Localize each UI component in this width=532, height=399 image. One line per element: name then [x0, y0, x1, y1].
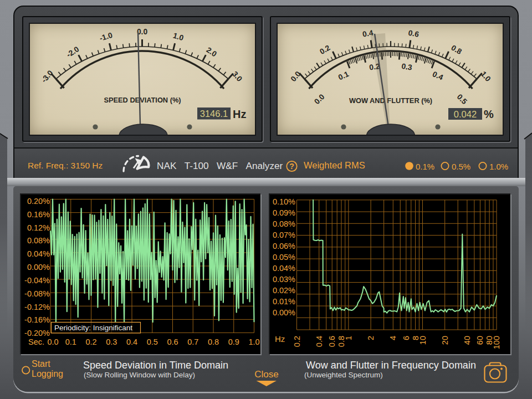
svg-text:-1.0: -1.0 — [99, 31, 114, 43]
svg-text:0.09%: 0.09% — [273, 208, 295, 217]
svg-text:0.02%: 0.02% — [273, 286, 295, 295]
svg-text:10: 10 — [418, 336, 427, 345]
svg-text:0.06%: 0.06% — [273, 242, 295, 250]
svg-text:1.0: 1.0 — [479, 70, 492, 84]
svg-text:Hz: Hz — [233, 108, 246, 120]
svg-text:0.5: 0.5 — [456, 93, 469, 106]
svg-text:%: % — [484, 108, 494, 120]
svg-text:3.0: 3.0 — [231, 70, 244, 84]
svg-text:3146.1: 3146.1 — [200, 109, 228, 119]
svg-text:0.01%: 0.01% — [273, 297, 295, 306]
svg-text:0.20%: 0.20% — [27, 197, 50, 206]
svg-text:2: 2 — [366, 336, 375, 340]
svg-text:0.1: 0.1 — [65, 337, 76, 346]
svg-text:(Slow Rolling Window with Dela: (Slow Rolling Window with Delay) — [84, 371, 195, 379]
svg-text:1: 1 — [344, 336, 353, 340]
svg-text:0.2: 0.2 — [293, 336, 301, 347]
svg-text:-0.12%: -0.12% — [24, 303, 50, 311]
svg-text:0.2: 0.2 — [85, 337, 96, 346]
svg-text:0.6: 0.6 — [167, 337, 178, 346]
svg-text:(Unweighted Spectrum): (Unweighted Spectrum) — [304, 371, 383, 379]
svg-text:0.2: 0.2 — [318, 43, 331, 56]
svg-text:0.3: 0.3 — [401, 62, 413, 72]
svg-text:Hz: Hz — [275, 334, 285, 344]
svg-text:60: 60 — [475, 336, 484, 345]
svg-text:Start: Start — [32, 359, 50, 369]
svg-text:0.08%: 0.08% — [27, 236, 50, 245]
svg-text:-0.20%: -0.20% — [24, 329, 50, 337]
svg-text:SPEED DEVIATION (%): SPEED DEVIATION (%) — [104, 96, 181, 104]
svg-text:-3.0: -3.0 — [40, 69, 55, 84]
svg-text:Logging: Logging — [32, 369, 63, 378]
svg-text:1.0: 1.0 — [248, 337, 259, 346]
svg-text:-0.16%: -0.16% — [24, 315, 50, 324]
svg-text:WOW AND FLUTTER (%): WOW AND FLUTTER (%) — [349, 96, 432, 105]
svg-text:0.8: 0.8 — [450, 43, 463, 56]
svg-text:20: 20 — [441, 336, 449, 345]
svg-text:0.9: 0.9 — [228, 337, 239, 346]
svg-text:0.6: 0.6 — [408, 29, 420, 39]
svg-text:4: 4 — [388, 336, 397, 340]
svg-text:Wow and Flutter in Frequency D: Wow and Flutter in Frequency Domain — [306, 360, 476, 371]
svg-text:0.04%: 0.04% — [273, 264, 295, 273]
svg-text:0.8: 0.8 — [208, 337, 219, 346]
svg-text:Close: Close — [254, 369, 278, 380]
svg-text:NAK T-100 W&F Analyzer: NAK T-100 W&F Analyzer — [157, 160, 283, 171]
svg-text:Periodicity: Insignificant: Periodicity: Insignificant — [54, 324, 132, 332]
svg-text:Speed Deviation in Time Domain: Speed Deviation in Time Domain — [83, 360, 228, 371]
svg-text:0.10%: 0.10% — [273, 197, 295, 206]
svg-text:1.0%: 1.0% — [489, 162, 508, 171]
svg-text:0.05%: 0.05% — [273, 253, 295, 262]
svg-text:0.7: 0.7 — [187, 337, 198, 346]
svg-text:0.00%: 0.00% — [273, 308, 295, 317]
svg-text:0.4: 0.4 — [315, 336, 324, 347]
svg-text:Weighted RMS: Weighted RMS — [304, 160, 365, 170]
svg-text:0.6: 0.6 — [328, 336, 336, 347]
svg-text:0.1: 0.1 — [337, 70, 350, 82]
svg-text:Sec.: Sec. — [28, 337, 44, 346]
svg-text:100: 100 — [492, 336, 501, 349]
svg-text:-0.04%: -0.04% — [24, 276, 50, 285]
svg-text:0.5: 0.5 — [147, 337, 158, 346]
svg-text:0.08%: 0.08% — [273, 219, 295, 228]
svg-text:0.04%: 0.04% — [27, 249, 50, 258]
svg-text:0.4: 0.4 — [126, 337, 137, 346]
svg-text:2.0: 2.0 — [205, 45, 219, 58]
svg-text:-2.0: -2.0 — [65, 45, 80, 59]
svg-text:0.00%: 0.00% — [27, 263, 50, 272]
svg-text:40: 40 — [463, 336, 472, 345]
svg-text:0.12%: 0.12% — [27, 223, 50, 232]
svg-text:Ref. Freq.: 3150 Hz: Ref. Freq.: 3150 Hz — [28, 161, 103, 170]
svg-text:0.3: 0.3 — [106, 337, 117, 346]
svg-text:0.0: 0.0 — [313, 93, 326, 106]
svg-text:0.042: 0.042 — [454, 109, 477, 119]
svg-text:0.03%: 0.03% — [273, 275, 295, 284]
svg-text:0.0: 0.0 — [289, 70, 303, 84]
svg-text:?: ? — [289, 162, 294, 171]
svg-text:0.4: 0.4 — [431, 70, 444, 82]
svg-text:1.0: 1.0 — [172, 31, 185, 42]
svg-text:0.1%: 0.1% — [416, 162, 434, 171]
svg-text:0.07%: 0.07% — [273, 231, 295, 239]
svg-text:0.5%: 0.5% — [452, 162, 470, 171]
svg-text:6: 6 — [402, 336, 411, 340]
svg-text:0.0: 0.0 — [47, 337, 58, 346]
svg-text:0.16%: 0.16% — [27, 210, 50, 219]
svg-text:-0.08%: -0.08% — [24, 289, 50, 298]
